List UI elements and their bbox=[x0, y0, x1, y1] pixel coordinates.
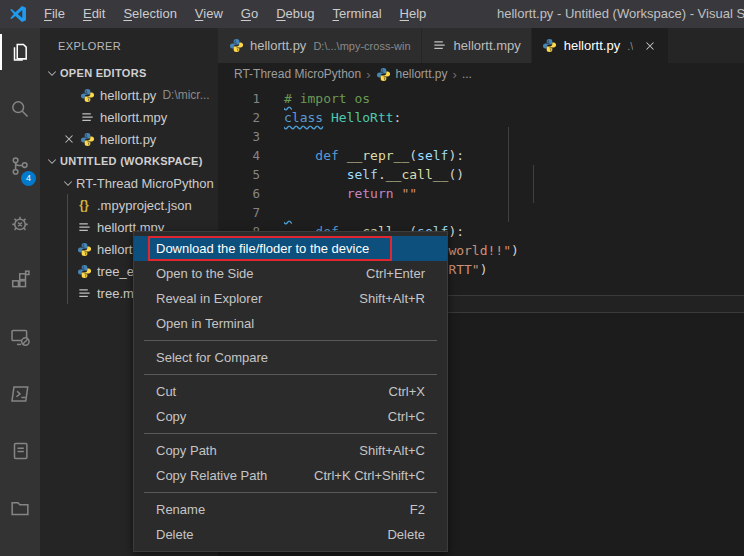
menu-item-label: Rename bbox=[156, 502, 382, 517]
breadcrumb[interactable]: RT-Thread MicroPython›hellortt.py›... bbox=[218, 63, 744, 85]
mpy-file-icon bbox=[76, 285, 92, 301]
line-number[interactable]: 2 bbox=[218, 108, 274, 127]
mpy-file-icon bbox=[76, 219, 92, 235]
open-editor-label: hellortt.mpy bbox=[100, 110, 167, 125]
context-menu-item-copy-path[interactable]: Copy PathShift+Alt+C bbox=[134, 438, 447, 463]
tab-bar: hellortt.pyD:\...\mpy-cross-winhellortt.… bbox=[218, 28, 744, 63]
sidebar-title: EXPLORER bbox=[40, 28, 218, 62]
explorer-icon[interactable] bbox=[0, 28, 40, 76]
menu-item-shortcut: Delete bbox=[387, 527, 425, 542]
activity-bar: 4 bbox=[0, 28, 40, 556]
open-editors-list: hellortt.pyD:\micr...hellortt.mpyhellort… bbox=[40, 84, 218, 150]
python-file-icon bbox=[542, 38, 558, 54]
code-line-1[interactable]: 1# import os bbox=[218, 89, 744, 108]
menu-view[interactable]: View bbox=[186, 0, 232, 28]
context-menu-item-download-the-file-floder-to-the-device[interactable]: Download the file/floder to the device bbox=[134, 236, 447, 261]
close-icon[interactable] bbox=[61, 131, 77, 147]
menu-item-label: Cut bbox=[156, 384, 361, 399]
menu-help[interactable]: Help bbox=[391, 0, 436, 28]
context-menu-item-delete[interactable]: DeleteDelete bbox=[134, 522, 447, 547]
indent-guide bbox=[533, 165, 534, 203]
code-line-3[interactable]: 3 bbox=[218, 127, 744, 146]
code-line-4[interactable]: 4 def __repr__(self): bbox=[218, 146, 744, 165]
line-number[interactable]: 5 bbox=[218, 165, 274, 184]
remote-device-icon[interactable] bbox=[0, 313, 40, 361]
tree-item-.mpyproject.json[interactable]: {}.mpyproject.json bbox=[40, 194, 218, 216]
menu-item-shortcut: Shift+Alt+R bbox=[359, 291, 425, 306]
menu-item-shortcut: F2 bbox=[410, 502, 425, 517]
context-menu-item-copy[interactable]: CopyCtrl+C bbox=[134, 404, 447, 429]
source-control-icon[interactable]: 4 bbox=[0, 142, 40, 190]
open-editor-label: hellortt.py bbox=[100, 88, 156, 103]
line-number[interactable]: 6 bbox=[218, 184, 274, 203]
menu-file[interactable]: File bbox=[35, 0, 74, 28]
python-file-icon bbox=[79, 131, 95, 147]
tab-hellortt.py[interactable]: hellortt.pyD:\...\mpy-cross-win bbox=[218, 28, 422, 63]
debug-icon[interactable] bbox=[0, 199, 40, 247]
line-content: return "" bbox=[274, 184, 417, 203]
line-number[interactable]: 7 bbox=[218, 203, 274, 222]
context-menu-item-reveal-in-explorer[interactable]: Reveal in ExplorerShift+Alt+R bbox=[134, 286, 447, 311]
json-file-icon: {} bbox=[76, 197, 92, 213]
context-menu-item-copy-relative-path[interactable]: Copy Relative PathCtrl+K Ctrl+Shift+C bbox=[134, 463, 447, 488]
menu-item-label: Copy bbox=[156, 409, 360, 424]
context-menu-item-open-in-terminal[interactable]: Open in Terminal bbox=[134, 311, 447, 336]
breadcrumb-segment[interactable]: hellortt.py bbox=[396, 67, 448, 81]
line-number[interactable]: 4 bbox=[218, 146, 274, 165]
open-editor-hellortt.py[interactable]: hellortt.pyD:\micr... bbox=[40, 84, 218, 106]
open-editor-hellortt.mpy[interactable]: hellortt.mpy bbox=[40, 106, 218, 128]
open-editor-hellortt.py[interactable]: hellortt.py bbox=[40, 128, 218, 150]
context-menu-item-rename[interactable]: RenameF2 bbox=[134, 497, 447, 522]
menu-item-shortcut: Ctrl+X bbox=[389, 384, 425, 399]
line-content bbox=[274, 127, 284, 146]
extensions-icon[interactable] bbox=[0, 256, 40, 304]
context-menu-item-cut[interactable]: CutCtrl+X bbox=[134, 379, 447, 404]
explorer-context-menu: Download the file/floder to the deviceOp… bbox=[133, 231, 448, 552]
code-line-7[interactable]: 7 bbox=[218, 203, 744, 222]
chevron-down-icon bbox=[60, 175, 76, 191]
tab-hellortt.py-active[interactable]: hellortt.py.\ bbox=[532, 28, 670, 63]
line-content: class HelloRtt: bbox=[274, 108, 401, 127]
menu-item-shortcut: Shift+Alt+C bbox=[359, 443, 425, 458]
title-bar: FileEditSelectionViewGoDebugTerminalHelp… bbox=[0, 0, 744, 28]
python-file-icon bbox=[76, 241, 92, 257]
tab-label: hellortt.py bbox=[564, 38, 620, 53]
menu-separator bbox=[144, 492, 437, 493]
terminal-icon[interactable] bbox=[0, 370, 40, 418]
line-number[interactable]: 3 bbox=[218, 127, 274, 146]
context-menu-item-select-for-compare[interactable]: Select for Compare bbox=[134, 345, 447, 370]
tree-item-label: .mpyproject.json bbox=[97, 198, 192, 213]
search-icon[interactable] bbox=[0, 85, 40, 133]
menu-go[interactable]: Go bbox=[232, 0, 267, 28]
menu-item-label: Select for Compare bbox=[156, 350, 425, 365]
menu-selection[interactable]: Selection bbox=[114, 0, 185, 28]
window-title: hellortt.py - Untitled (Workspace) - Vis… bbox=[497, 0, 744, 28]
output-icon[interactable] bbox=[0, 427, 40, 475]
menu-edit[interactable]: Edit bbox=[74, 0, 114, 28]
open-editor-path: D:\micr... bbox=[162, 88, 209, 102]
line-content: # import os bbox=[274, 89, 370, 108]
code-line-6[interactable]: 6 return "" bbox=[218, 184, 744, 203]
tab-label: hellortt.py bbox=[250, 38, 306, 53]
tab-hellortt.mpy[interactable]: hellortt.mpy bbox=[422, 28, 532, 63]
folder-icon[interactable] bbox=[0, 484, 40, 532]
breadcrumb-segment[interactable]: ... bbox=[462, 67, 472, 81]
code-line-2[interactable]: 2class HelloRtt: bbox=[218, 108, 744, 127]
menu-item-label: Download the file/floder to the device bbox=[156, 241, 425, 256]
menu-debug[interactable]: Debug bbox=[267, 0, 323, 28]
close-icon[interactable] bbox=[642, 38, 658, 54]
tab-description: D:\...\mpy-cross-win bbox=[313, 40, 410, 52]
folder-rt-thread-micropython[interactable]: RT-Thread MicroPython bbox=[40, 172, 218, 194]
chevron-right-icon: › bbox=[453, 67, 457, 82]
python-file-icon bbox=[76, 263, 92, 279]
vscode-window: FileEditSelectionViewGoDebugTerminalHelp… bbox=[0, 0, 744, 556]
breadcrumb-segment[interactable]: RT-Thread MicroPython bbox=[234, 67, 361, 81]
line-content: self.__call__() bbox=[274, 165, 464, 184]
open-editors-header[interactable]: OPEN EDITORS bbox=[40, 62, 218, 84]
python-file-icon bbox=[79, 87, 95, 103]
workspace-header[interactable]: UNTITLED (WORKSPACE) bbox=[40, 150, 218, 172]
line-number[interactable]: 1 bbox=[218, 89, 274, 108]
context-menu-item-open-to-the-side[interactable]: Open to the SideCtrl+Enter bbox=[134, 261, 447, 286]
menu-terminal[interactable]: Terminal bbox=[323, 0, 390, 28]
code-line-5[interactable]: 5 self.__call__() bbox=[218, 165, 744, 184]
